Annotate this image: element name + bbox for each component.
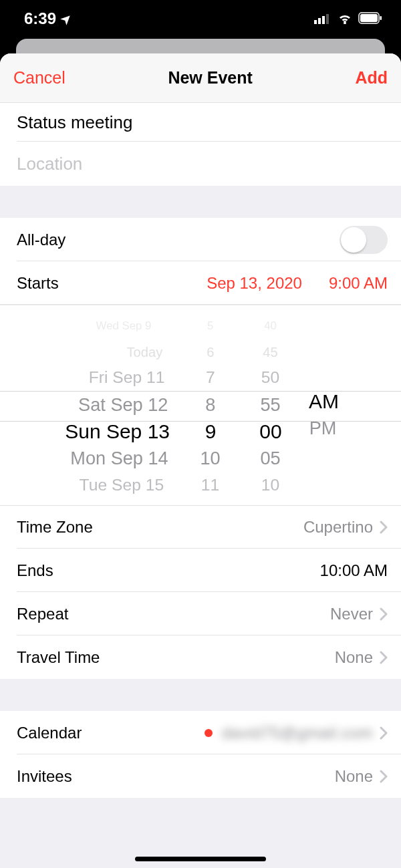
starts-row[interactable]: Starts Sep 13, 2020 9:00 AM: [0, 261, 401, 305]
svg-rect-0: [314, 20, 317, 24]
travel-time-label: Travel Time: [17, 648, 100, 667]
location-placeholder: Location: [17, 154, 82, 174]
chevron-right-icon: [380, 521, 388, 534]
new-event-sheet: Cancel New Event Add Status meeting Loca…: [0, 53, 401, 868]
wifi-icon: [337, 9, 353, 28]
modal-header: Cancel New Event Add: [0, 53, 401, 103]
event-title-value: Status meeting: [17, 112, 132, 133]
event-title-field[interactable]: Status meeting: [0, 103, 401, 142]
modal-title: New Event: [168, 68, 252, 88]
chevron-right-icon: [380, 726, 388, 740]
add-button[interactable]: Add: [355, 68, 388, 88]
picker-minute-column[interactable]: 40 45 50 55 00 05 10 15 20: [241, 305, 301, 505]
status-right: [314, 9, 382, 28]
date-time-picker[interactable]: Wed Sep 9 Today Fri Sep 11 Sat Sep 12 Su…: [0, 305, 401, 505]
location-field[interactable]: Location: [0, 142, 401, 186]
battery-icon: [358, 9, 382, 28]
picker-date-column[interactable]: Wed Sep 9 Today Fri Sep 11 Sat Sep 12 Su…: [7, 305, 180, 505]
home-indicator[interactable]: [135, 857, 266, 861]
cancel-button[interactable]: Cancel: [13, 68, 65, 88]
calendar-invitees-group: Calendar david75@gmail.com Invitees None: [0, 711, 401, 798]
ends-value: 10:00 AM: [320, 561, 388, 580]
chevron-right-icon: [380, 770, 388, 783]
calendar-value: david75@gmail.com: [222, 724, 373, 742]
starts-label: Starts: [17, 274, 59, 293]
svg-rect-7: [380, 16, 382, 20]
picker-hour-column[interactable]: 5 6 7 8 9 10 11 12 1: [180, 305, 241, 505]
status-left: 6:39 ➤: [24, 9, 72, 28]
location-services-icon: ➤: [57, 10, 75, 27]
starts-time: 9:00 AM: [329, 274, 388, 293]
time-zone-label: Time Zone: [17, 518, 93, 537]
repeat-value: Never: [330, 605, 373, 623]
invitees-label: Invitees: [17, 767, 72, 786]
svg-rect-1: [318, 18, 321, 24]
picker-ampm-column[interactable]: AM PM: [301, 305, 362, 505]
repeat-row[interactable]: Repeat Never: [0, 592, 401, 635]
status-bar: 6:39 ➤: [0, 0, 401, 37]
chevron-right-icon: [380, 651, 388, 664]
all-day-label: All-day: [17, 231, 65, 249]
invitees-row[interactable]: Invitees None: [0, 754, 401, 798]
travel-time-row[interactable]: Travel Time None: [0, 635, 401, 679]
cellular-icon: [314, 9, 331, 28]
title-location-group: Status meeting Location: [0, 103, 401, 186]
svg-point-4: [344, 21, 346, 23]
calendar-label: Calendar: [17, 724, 82, 742]
starts-date: Sep 13, 2020: [207, 274, 302, 293]
ends-row[interactable]: Ends 10:00 AM: [0, 549, 401, 592]
invitees-value: None: [335, 767, 373, 786]
repeat-label: Repeat: [17, 605, 68, 623]
all-day-row: All-day: [0, 218, 401, 261]
time-zone-value: Cupertino: [303, 518, 373, 537]
travel-time-value: None: [335, 648, 373, 667]
all-day-toggle[interactable]: [340, 226, 388, 254]
calendar-color-dot: [205, 729, 213, 737]
timing-group: All-day Starts Sep 13, 2020 9:00 AM Wed …: [0, 218, 401, 679]
ends-label: Ends: [17, 561, 53, 580]
time-zone-row[interactable]: Time Zone Cupertino: [0, 505, 401, 549]
calendar-row[interactable]: Calendar david75@gmail.com: [0, 711, 401, 754]
svg-rect-6: [360, 14, 378, 22]
chevron-right-icon: [380, 607, 388, 621]
svg-rect-3: [326, 14, 329, 24]
status-time: 6:39: [24, 9, 56, 28]
svg-rect-2: [322, 16, 325, 24]
